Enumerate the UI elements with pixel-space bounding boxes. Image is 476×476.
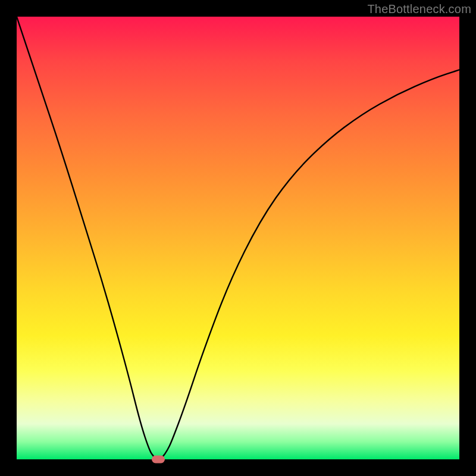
bottleneck-curve xyxy=(17,17,459,459)
optimum-marker xyxy=(152,456,165,464)
chart-plot-area xyxy=(17,17,459,459)
watermark-text: TheBottleneck.com xyxy=(367,2,471,16)
